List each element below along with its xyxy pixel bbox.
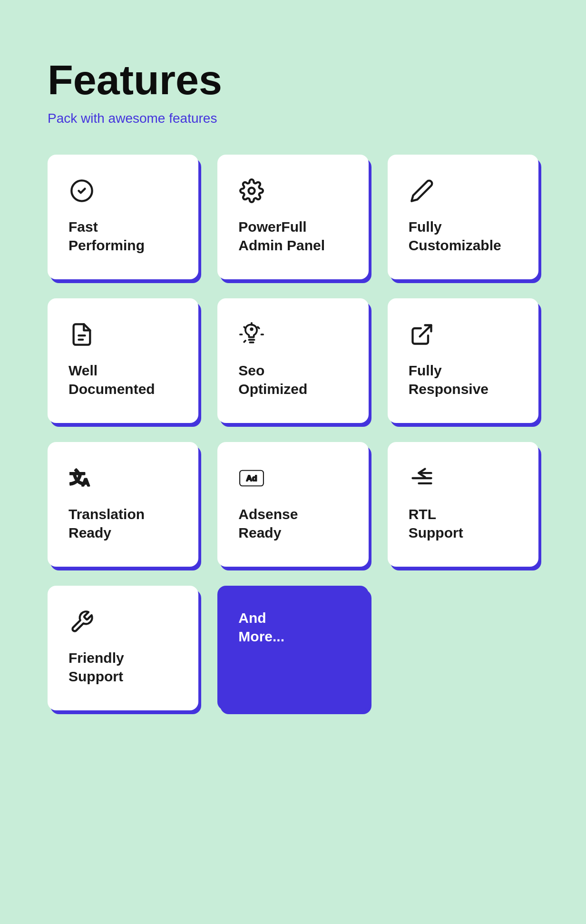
feature-label: FullyResponsive bbox=[409, 361, 518, 398]
feature-label: WellDocumented bbox=[68, 361, 177, 398]
page-title: Features bbox=[48, 57, 538, 103]
svg-text:A: A bbox=[82, 476, 89, 488]
external-link-icon bbox=[409, 321, 435, 348]
page-header: Features Pack with awesome features bbox=[48, 57, 538, 126]
svg-line-13 bbox=[420, 325, 431, 336]
svg-point-4 bbox=[251, 328, 253, 330]
feature-label: RTLSupport bbox=[409, 505, 518, 542]
svg-line-10 bbox=[244, 341, 246, 342]
feature-label: FriendlySupport bbox=[68, 649, 177, 686]
feature-card-powerfull-admin[interactable]: PowerFullAdmin Panel bbox=[217, 155, 368, 279]
wrench-icon bbox=[68, 609, 95, 635]
lightbulb-icon bbox=[238, 321, 265, 348]
feature-label: AdsenseReady bbox=[238, 505, 347, 542]
feature-label: SeoOptimized bbox=[238, 361, 347, 398]
feature-label: FastPerforming bbox=[68, 217, 177, 255]
check-circle-icon bbox=[68, 177, 95, 204]
feature-card-friendly-support[interactable]: FriendlySupport bbox=[48, 586, 198, 710]
feature-label: AndMore... bbox=[238, 609, 347, 646]
feature-label: TranslationReady bbox=[68, 505, 177, 542]
pencil-icon bbox=[409, 177, 435, 204]
translate-icon: 文 A bbox=[68, 465, 95, 491]
feature-card-fast-performing[interactable]: FastPerforming bbox=[48, 155, 198, 279]
svg-point-1 bbox=[249, 187, 255, 194]
feature-card-adsense-ready[interactable]: Ad AdsenseReady bbox=[217, 442, 368, 567]
feature-card-seo-optimized[interactable]: SeoOptimized bbox=[217, 298, 368, 423]
feature-label: FullyCustomizable bbox=[409, 217, 518, 255]
feature-card-translation-ready[interactable]: 文 A TranslationReady bbox=[48, 442, 198, 567]
svg-line-12 bbox=[258, 327, 259, 328]
svg-line-8 bbox=[244, 327, 246, 328]
svg-text:Ad: Ad bbox=[246, 473, 257, 483]
feature-card-fully-customizable[interactable]: FullyCustomizable bbox=[388, 155, 538, 279]
gear-icon bbox=[238, 177, 265, 204]
feature-card-and-more[interactable]: AndMore... bbox=[217, 586, 368, 710]
feature-card-rtl-support[interactable]: RTLSupport bbox=[388, 442, 538, 567]
ad-icon: Ad bbox=[238, 465, 265, 491]
features-grid: FastPerforming PowerFullAdmin Panel Full… bbox=[48, 155, 538, 710]
feature-card-well-documented[interactable]: WellDocumented bbox=[48, 298, 198, 423]
page-subtitle: Pack with awesome features bbox=[48, 111, 538, 126]
feature-label: PowerFullAdmin Panel bbox=[238, 217, 347, 255]
feature-card-fully-responsive[interactable]: FullyResponsive bbox=[388, 298, 538, 423]
document-icon bbox=[68, 321, 95, 348]
rtl-icon bbox=[409, 465, 435, 491]
